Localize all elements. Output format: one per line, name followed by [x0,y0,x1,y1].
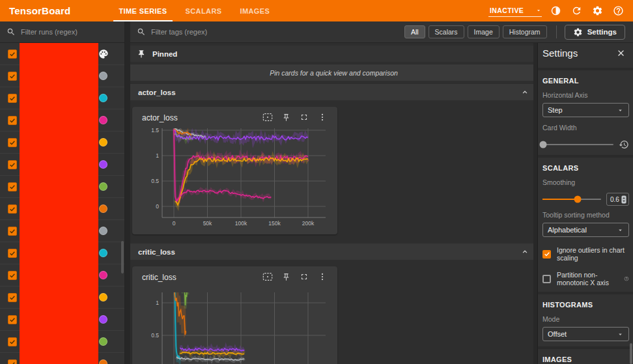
ignore-outliers-row[interactable]: Ignore outliers in chart scaling [542,246,629,262]
pin-icon [282,273,290,281]
run-checkbox[interactable] [8,138,17,147]
tooltip-sorting-select[interactable]: Alphabetical [542,223,629,237]
run-color-dot[interactable] [99,293,107,301]
smoothing-row: 0.6 [542,194,629,204]
tags-filter-field[interactable]: Filter tags (regex) [130,27,404,36]
gear-icon [573,27,583,37]
tab-images[interactable]: IMAGES [231,0,279,21]
histogram-mode-value: Offset [548,330,567,338]
sidebar-scrollbar[interactable] [121,241,124,273]
pin-icon [282,113,290,122]
stepper-icon[interactable] [621,195,626,204]
run-checkbox[interactable] [8,359,17,364]
help-icon[interactable] [624,275,629,283]
run-checkbox[interactable] [8,204,17,214]
chevron-up-icon[interactable] [520,88,529,97]
chevron-down-icon [617,107,624,114]
run-color-dot[interactable] [99,249,107,257]
run-color-dot[interactable] [99,204,107,213]
tag-filter-histogram[interactable]: Histogram [503,25,547,38]
run-checkbox[interactable] [8,249,17,258]
partition-x-axis-row[interactable]: Partition non-monotonic X axis [542,271,629,287]
run-color-dot[interactable] [99,315,107,324]
run-checkbox[interactable] [8,315,17,324]
horizontal-axis-select[interactable]: Step [542,103,629,117]
histogram-mode-select[interactable]: Offset [542,327,629,341]
run-checkbox[interactable] [8,72,17,81]
section-header-critic-loss[interactable]: critic_loss [130,244,537,260]
fit-domain-button[interactable] [262,111,274,123]
card-menu-button[interactable] [316,271,328,283]
card-menu-button[interactable] [316,111,328,123]
actor-loss-chart[interactable]: 00.511.5050k100k150k200k [132,125,337,229]
horizontal-axis-value: Step [548,106,563,114]
tags-filter-placeholder: Filter tags (regex) [151,28,207,36]
checkmark-icon [9,206,16,212]
kebab-menu-icon [318,272,327,281]
checkmark-icon [9,272,16,279]
pin-card-button[interactable] [280,111,292,123]
card-toolbar [262,111,328,123]
tag-filter-all[interactable]: All [404,25,425,38]
settings-scrollbar[interactable] [630,343,632,364]
run-color-dot[interactable] [99,138,107,147]
tab-scalars[interactable]: SCALARS [176,0,231,21]
card-width-slider[interactable] [542,144,613,145]
divider [538,68,633,70]
tooltip-sorting-value: Alphabetical [548,226,587,234]
smoothing-value-input[interactable]: 0.6 [606,193,629,206]
run-color-dot[interactable] [99,359,107,364]
palette-icon[interactable] [98,49,109,59]
settings-gear-button[interactable] [590,4,604,18]
checkmark-icon [9,95,16,102]
pin-hint-text: Pin cards for a quick view and compariso… [270,69,398,77]
run-checkbox[interactable] [8,271,17,280]
card-title: actor_loss [142,113,178,122]
checkmark-icon [9,73,16,79]
close-settings-button[interactable] [613,46,628,60]
checkmark-icon [9,361,16,364]
run-color-dot[interactable] [99,271,107,279]
help-button[interactable] [611,4,625,18]
run-status-select[interactable]: INACTIVE [488,5,542,17]
section-header-actor-loss[interactable]: actor_loss [130,84,537,100]
pinned-section-header[interactable]: Pinned [130,46,537,62]
tag-filter-image[interactable]: Image [468,25,499,38]
run-color-dot[interactable] [99,182,107,191]
reset-icon[interactable] [619,139,629,150]
runs-filter-placeholder: Filter runs (regex) [21,28,77,36]
general-heading: GENERAL [542,77,629,85]
run-color-dot[interactable] [99,72,107,80]
tag-filter-scalars[interactable]: Scalars [429,25,464,38]
chevron-up-icon[interactable] [520,247,529,257]
run-checkbox[interactable] [8,293,17,302]
fullscreen-button[interactable] [298,271,310,283]
run-checkbox[interactable] [8,160,17,169]
pin-card-button[interactable] [280,271,292,283]
fullscreen-icon [300,113,309,122]
pin-hint-strip: Pin cards for a quick view and compariso… [130,64,537,81]
run-color-dot[interactable] [99,94,107,102]
run-checkbox[interactable] [8,116,17,125]
run-color-dot[interactable] [99,227,107,235]
fit-domain-button[interactable] [262,271,274,283]
run-checkbox[interactable] [8,337,17,346]
fit-domain-icon [262,113,273,122]
partition-x-axis-checkbox[interactable] [542,275,551,283]
run-checkbox[interactable] [8,182,17,191]
dark-mode-toggle-button[interactable] [548,4,563,18]
run-color-dot[interactable] [99,160,107,169]
settings-button[interactable]: Settings [565,25,625,40]
run-checkbox[interactable] [8,227,17,236]
smoothing-slider[interactable] [542,199,601,200]
fullscreen-button[interactable] [298,111,310,123]
critic-loss-chart[interactable]: 00.51 [132,285,337,364]
run-checkbox[interactable] [8,94,17,103]
refresh-button[interactable] [569,4,584,18]
run-color-dot[interactable] [99,116,107,124]
ignore-outliers-checkbox[interactable] [542,250,551,259]
runs-filter-field[interactable]: Filter runs (regex) [0,21,124,43]
run-color-dot[interactable] [99,337,107,346]
run-checkbox[interactable] [8,49,17,59]
tab-time-series[interactable]: TIME SERIES [109,0,176,21]
